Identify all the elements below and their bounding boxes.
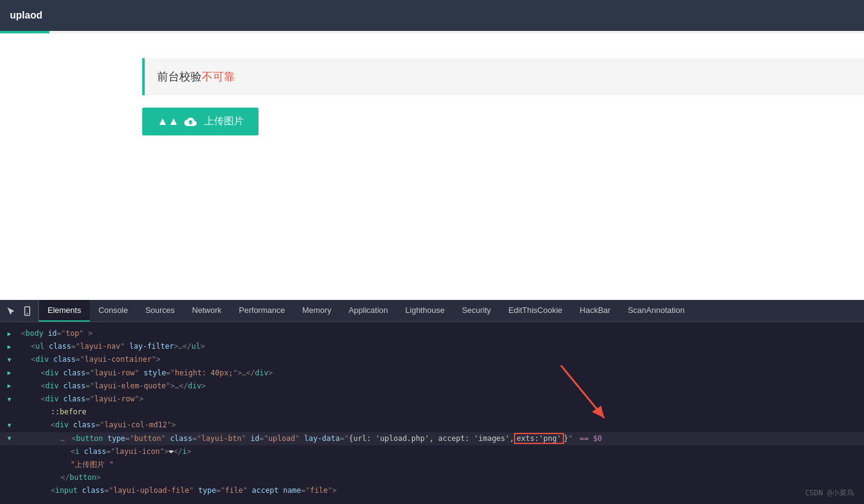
tab-lighthouse[interactable]: Lighthouse — [396, 300, 453, 322]
code-line-1: ▶ <body id="top" > — [0, 327, 864, 340]
line-arrow-3: ▼ — [0, 354, 19, 365]
code-line-5: ▶ <div class="layui-elem-quote">…</div> — [0, 380, 864, 393]
code-line-6: ▼ <div class="layui-row"> — [0, 393, 864, 406]
code-line-12: </button> — [0, 471, 864, 484]
highlight-exts: exts:'png' — [514, 433, 563, 444]
page-content: 前台校验不可靠 ▲▲ 上传图片 — [0, 33, 864, 303]
tab-application[interactable]: Application — [340, 300, 397, 322]
svg-rect-0 — [25, 307, 30, 315]
code-line-4: ▶ <div class="layui-row" style="height: … — [0, 367, 864, 380]
code-line-10: <i class="layui-icon">❤</i> — [0, 445, 864, 458]
upload-button-label: 上传图片 — [204, 115, 244, 128]
quote-text-normal: 前台校验 — [157, 70, 202, 83]
quote-box: 前台校验不可靠 — [142, 58, 864, 95]
line-arrow-1: ▶ — [0, 328, 19, 340]
tab-scanannotation[interactable]: ScanAnnotation — [619, 300, 693, 322]
devtools-code-area: ▶ <body id="top" > ▶ <ul class="layui-na… — [0, 322, 864, 504]
line-arrow-12 — [0, 472, 19, 484]
mobile-icon[interactable] — [21, 305, 33, 317]
line-arrow-7 — [0, 406, 19, 418]
code-line-2: ▶ <ul class="layui-nav" lay-filter>…</ul… — [0, 340, 864, 353]
tab-hackbar[interactable]: HackBar — [571, 300, 619, 322]
line-arrow-11 — [0, 459, 19, 471]
tab-elements[interactable]: Elements — [39, 300, 90, 322]
line-arrow-9: ▼ — [0, 433, 19, 445]
cloud-upload-icon — [184, 116, 197, 128]
line-arrow-5: ▶ — [0, 380, 19, 392]
code-line-13: <input class="layui-upload-file" type="f… — [0, 484, 864, 497]
browser-loading-bar-fill — [0, 31, 49, 33]
code-line-button: ▼ … <button type="button" class="layui-b… — [0, 432, 864, 445]
line-arrow-13 — [0, 485, 19, 497]
tab-security[interactable]: Security — [453, 300, 500, 322]
line-arrow-6: ▼ — [0, 393, 19, 405]
line-arrow-4: ▶ — [0, 367, 19, 379]
devtools-tab-icons — [0, 300, 39, 322]
code-line-8: ▼ <div class="layui-col-md12"> — [0, 419, 864, 432]
dollar-zero: == $0 — [580, 434, 602, 443]
upload-icon: ▲▲ — [157, 115, 179, 128]
tab-sources[interactable]: Sources — [137, 300, 184, 322]
devtools-panel: Elements Console Sources Network Perform… — [0, 300, 864, 504]
tab-memory[interactable]: Memory — [294, 300, 340, 322]
devtools-tabs: Elements Console Sources Network Perform… — [0, 300, 864, 322]
tab-network[interactable]: Network — [184, 300, 231, 322]
browser-loading-bar — [0, 31, 864, 33]
tab-editthiscookie[interactable]: EditThisCookie — [500, 300, 571, 322]
code-line-11: "上传图片 " — [0, 458, 864, 471]
csdn-watermark: CSDN @小菜鸟 — [805, 487, 854, 499]
tab-console[interactable]: Console — [90, 300, 137, 322]
upload-button[interactable]: ▲▲ 上传图片 — [142, 108, 259, 135]
code-line-7: ::before — [0, 406, 864, 419]
browser-top-bar: uplaod — [0, 0, 864, 31]
line-arrow-10 — [0, 446, 19, 458]
quote-text-highlight: 不可靠 — [202, 70, 235, 83]
line-arrow-2: ▶ — [0, 341, 19, 352]
tab-performance[interactable]: Performance — [230, 300, 293, 322]
cursor-icon[interactable] — [5, 305, 17, 317]
line-arrow-8: ▼ — [0, 419, 19, 431]
browser-title: uplaod — [10, 10, 42, 21]
code-line-3: ▼ <div class="layui-container"> — [0, 353, 864, 366]
